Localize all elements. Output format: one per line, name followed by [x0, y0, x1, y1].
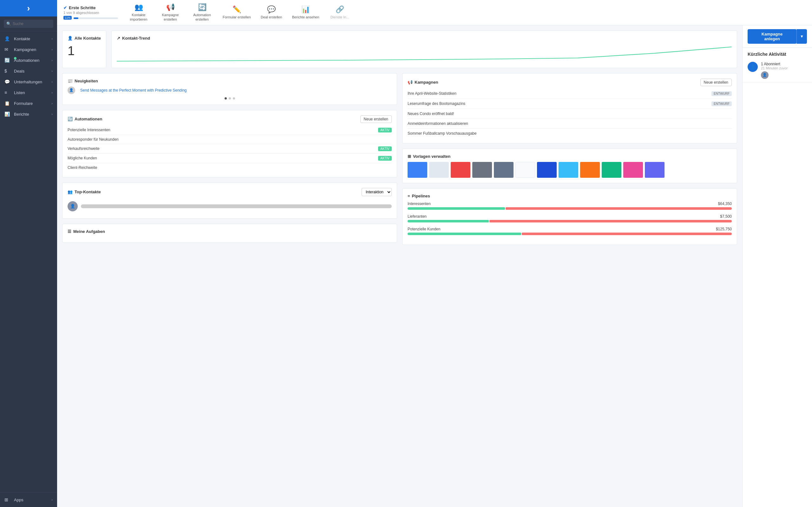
news-dot-1[interactable] [224, 97, 227, 100]
deals-icon: $ [4, 68, 11, 73]
template-11[interactable] [623, 162, 643, 178]
sidebar-item-kampagnen[interactable]: ✉ Kampagnen › [0, 44, 57, 55]
middle-row: 📰 Neuigkeiten 👤 Send Messages at the Per… [62, 73, 737, 245]
news-dot-2[interactable] [229, 97, 231, 100]
step-automation-label: Automationerstellen [193, 13, 211, 22]
sidebar-item-listen[interactable]: ≡ Listen › [0, 87, 57, 98]
sidebar-item-deals[interactable]: $ Deals › [0, 66, 57, 76]
template-3[interactable] [451, 162, 470, 178]
news-dots [67, 97, 392, 100]
template-7[interactable] [537, 162, 557, 178]
pipelines-title: ≡ Pipelines [408, 193, 732, 199]
template-10[interactable] [602, 162, 621, 178]
sidebar-item-kontakte[interactable]: 👤 Kontakte › [0, 33, 57, 44]
formulare-arrow: › [51, 101, 53, 105]
automation-badge-1: AKTIV [378, 128, 392, 132]
right-panel-btn-area: Kampagne anlegen ▼ [743, 25, 812, 48]
campaign-name-5: Sommer Fußballcamp Vorschauausgabe [408, 131, 476, 135]
step-automation-erstellen[interactable]: 🔄 Automationerstellen [191, 3, 213, 22]
vorlagen-title: ⊞ Vorlagen verwalten [408, 154, 732, 159]
kampagne-anlegen-btn[interactable]: Kampagne anlegen [748, 29, 797, 44]
contact-info-1 [81, 205, 392, 208]
sidebar-item-berichte[interactable]: 📊 Berichte › [0, 109, 57, 119]
apps-icon: ⊞ [4, 497, 11, 502]
meine-aufgaben-card: ☰ Meine Aufgaben [62, 224, 397, 243]
sidebar-item-automationen[interactable]: 🔄 Automationen › [0, 55, 57, 66]
campaign-name-4: Anmeldeinformationen aktualisieren [408, 121, 468, 126]
unterhaltungen-arrow: › [51, 80, 53, 83]
top-kontakte-header: 👥 Top-Kontakte Interaktion [67, 188, 392, 196]
template-5[interactable] [494, 162, 513, 178]
pipeline-lieferanten-name: Lieferanten [408, 214, 426, 219]
campaign-row-2: Leserumfrage des Bootsmagazins ENTWURF [408, 99, 732, 109]
search-icon: 🔍 [6, 21, 11, 26]
news-user-icon: 👤 [67, 87, 75, 94]
pipelines-icon: ≡ [408, 193, 410, 199]
sidebar-item-formulare[interactable]: 📋 Formulare › [0, 98, 57, 109]
interaktion-select[interactable]: Interaktion [362, 188, 392, 196]
step-formular-erstellen[interactable]: ✏️ Formular erstellen [223, 5, 251, 19]
news-link[interactable]: Send Messages at the Perfect Moment with… [80, 88, 187, 93]
sidebar-search-container: 🔍 [0, 16, 57, 32]
kontakt-trend-card: ↗ Kontakt-Trend [111, 31, 737, 68]
deals-arrow: › [51, 69, 53, 73]
sidebar-item-apps[interactable]: ⊞ Apps › [0, 494, 57, 505]
right-panel: Kampagne anlegen ▼ Kürzliche Aktivität 👤… [742, 25, 812, 507]
automation-name-1: Potenzielle Interessenten [67, 128, 110, 132]
template-1[interactable] [408, 162, 427, 178]
template-12[interactable] [645, 162, 664, 178]
step-kampagne-label: Kampagneerstellen [162, 13, 179, 22]
vorlagen-icon: ⊞ [408, 154, 411, 159]
sidebar-item-unterhaltungen[interactable]: 💬 Unterhaltungen › [0, 76, 57, 87]
kampagnen-icon: ✉ [4, 47, 11, 52]
template-8[interactable] [559, 162, 578, 178]
template-4[interactable] [472, 162, 492, 178]
template-9[interactable] [580, 162, 600, 178]
campaign-row-1: Ihre April-Website-Statistiken ENTWURF [408, 89, 732, 99]
step-deal-erstellen[interactable]: 💬 Deal erstellen [260, 5, 283, 19]
news-dot-3[interactable] [233, 97, 235, 100]
step-kampagne-icon: 📢 [166, 3, 175, 11]
step-kampagne-erstellen[interactable]: 📢 Kampagneerstellen [159, 3, 182, 22]
step-formular-label: Formular erstellen [223, 15, 251, 19]
apps-arrow: › [51, 498, 53, 502]
content-area: 👤 Alle Kontakte 1 ↗ Kontakt-Trend [57, 25, 812, 507]
top-kontakte-title: 👥 Top-Kontakte [67, 189, 101, 194]
vorlagen-card: ⊞ Vorlagen verwalten [402, 149, 737, 183]
campaign-row-4: Anmeldeinformationen aktualisieren [408, 119, 732, 129]
campaign-name-3: Neues Condo eröffnet bald! [408, 112, 454, 116]
formulare-label: Formulare [14, 101, 51, 106]
listen-arrow: › [51, 91, 53, 95]
automation-row-3: Verkaufsreichweite AKTIV [67, 144, 392, 154]
topbar: ✔ Erste Schritte 1 von 9 abgeschlossen 1… [57, 0, 812, 25]
template-2[interactable] [429, 162, 449, 178]
campaign-name-2: Leserumfrage des Bootsmagazins [408, 101, 465, 106]
pipeline-potenzielle-kunden-name: Potenzielle Kunden [408, 227, 440, 231]
kampagne-anlegen-dropdown[interactable]: ▼ [797, 29, 807, 44]
pipeline-potenzielle-kunden-red [522, 233, 732, 235]
neuigkeiten-card: 📰 Neuigkeiten 👤 Send Messages at the Per… [62, 73, 397, 105]
kampagnen-neue-erstellen-btn[interactable]: Neue erstellen [700, 78, 732, 86]
kampagne-anlegen-group: Kampagne anlegen ▼ [748, 29, 807, 44]
step-kontakte-importieren[interactable]: 👥 Kontakteimportieren [128, 3, 150, 22]
pipeline-interessenten-header: Interessenten $64,350 [408, 202, 732, 206]
automation-name-3: Verkaufsreichweite [67, 147, 100, 151]
pipeline-lieferanten-header: Lieferanten $7,500 [408, 214, 732, 219]
step-kontakte-label: Kontakteimportieren [130, 13, 148, 22]
kontakte-label: Kontakte [14, 37, 51, 41]
pipeline-potenzielle-kunden: Potenzielle Kunden $125,750 [408, 227, 732, 235]
step-berichte-ansehen[interactable]: 📊 Berichte ansehen [292, 5, 319, 19]
template-6[interactable] [515, 162, 535, 178]
step-dienste[interactable]: 🔗 Dienste In... [328, 5, 351, 19]
search-input[interactable] [4, 20, 53, 28]
pipeline-interessenten: Interessenten $64,350 [408, 202, 732, 210]
kampagnen-card: 📢 Kampagnen Neue erstellen Ihre April-We… [402, 73, 737, 144]
getting-started-title: ✔ Erste Schritte [63, 5, 118, 10]
automation-row-2: Autoresponder für Neukunden [67, 135, 392, 144]
formulare-icon: 📋 [4, 101, 11, 106]
automation-row-4: Mögliche Kunden AKTIV [67, 154, 392, 163]
main: ✔ Erste Schritte 1 von 9 abgeschlossen 1… [57, 0, 812, 507]
neuigkeiten-title: 📰 Neuigkeiten [67, 78, 392, 83]
sidebar-logo[interactable]: › [0, 0, 57, 16]
automationen-neue-erstellen-btn[interactable]: Neue erstellen [360, 115, 392, 123]
